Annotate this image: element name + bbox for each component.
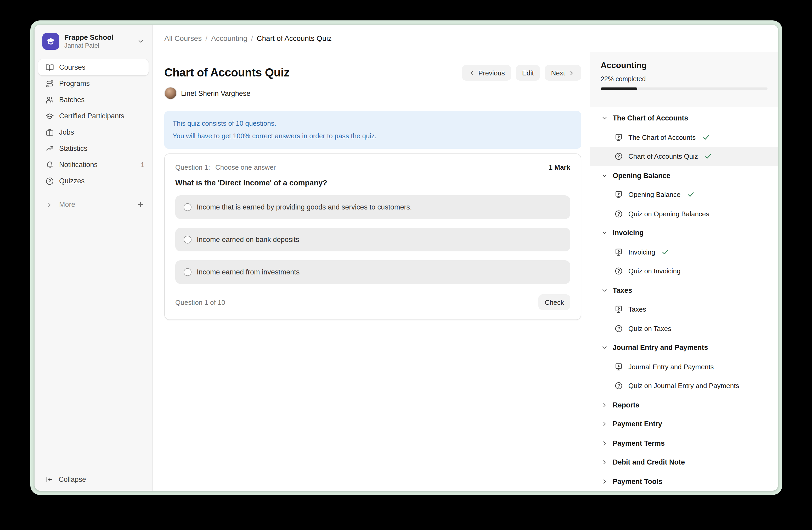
chapter-debit-and-credit-note[interactable]: Debit and Credit Note [590, 453, 778, 472]
quiz-lesson-icon [614, 324, 623, 333]
chapter-journal-entry-and-payments[interactable]: Journal Entry and Payments [590, 338, 778, 357]
notice-line-1: This quiz consists of 10 questions. [173, 117, 573, 130]
edit-button[interactable]: Edit [516, 65, 540, 81]
author-row: Linet Sherin Varghese [164, 87, 581, 99]
question-number-label: Question 1: [175, 163, 210, 171]
breadcrumb-all-courses[interactable]: All Courses [164, 34, 202, 42]
next-button[interactable]: Next [545, 65, 581, 81]
app-title: Frappe School [64, 33, 132, 42]
chevron-down-icon [601, 287, 608, 294]
radio-button-icon[interactable] [184, 203, 191, 211]
course-progress-fill [600, 87, 637, 90]
trending-up-icon [45, 144, 54, 153]
lesson-chart-of-accounts-quiz[interactable]: Chart of Accounts Quiz [590, 147, 778, 166]
quiz-lesson-icon [614, 267, 623, 276]
sidebar-item-certified-participants[interactable]: Certified Participants [38, 108, 149, 124]
answer-options: Income that is earned by providing goods… [175, 195, 570, 284]
left-sidebar: Frappe School Jannat Patel Courses [34, 25, 153, 491]
sidebar-item-label: Programs [59, 80, 90, 87]
course-title: Accounting [600, 61, 768, 70]
video-lesson-icon [614, 362, 623, 371]
sidebar-item-batches[interactable]: Batches [38, 92, 149, 108]
lesson-taxes[interactable]: Taxes [590, 300, 778, 319]
radio-button-icon[interactable] [184, 268, 191, 276]
sidebar-item-programs[interactable]: Programs [38, 75, 149, 92]
chevron-down-icon [601, 344, 608, 351]
lesson-quiz-on-taxes[interactable]: Quiz on Taxes [590, 319, 778, 338]
app-user: Jannat Patel [64, 42, 132, 50]
quiz-lesson-icon [614, 209, 623, 219]
lesson-the-chart-of-accounts[interactable]: The Chart of Accounts [590, 128, 778, 147]
answer-option-3[interactable]: Income earned from investments [175, 260, 570, 284]
radio-button-icon[interactable] [184, 236, 191, 243]
sidebar-item-more[interactable]: More [38, 196, 149, 213]
help-circle-icon [45, 177, 54, 185]
workspace-switcher[interactable]: Frappe School Jannat Patel [38, 30, 149, 53]
page-title: Chart of Accounts Quiz [164, 66, 289, 80]
chapter-opening-balance[interactable]: Opening Balance [590, 166, 778, 185]
chevron-down-icon [601, 172, 608, 179]
chapter-the-chart-of-accounts[interactable]: The Chart of Accounts [590, 109, 778, 128]
chapter-invoicing[interactable]: Invoicing [590, 223, 778, 242]
chevron-right-icon [601, 402, 608, 408]
chapter-payment-entry[interactable]: Payment Entry [590, 415, 778, 434]
lesson-quiz-on-invoicing[interactable]: Quiz on Invoicing [590, 262, 778, 281]
chevron-right-icon [601, 478, 608, 485]
chapter-reports[interactable]: Reports [590, 395, 778, 415]
book-open-icon [45, 63, 54, 71]
screen: Frappe School Jannat Patel Courses [0, 0, 812, 530]
author-name: Linet Sherin Varghese [181, 89, 250, 97]
chapter-taxes[interactable]: Taxes [590, 281, 778, 300]
question-text: What is the 'Direct Income' of a company… [175, 179, 570, 187]
previous-button[interactable]: Previous [462, 65, 511, 81]
chevron-down-icon [601, 229, 608, 236]
video-lesson-icon [614, 133, 623, 142]
lesson-invoicing[interactable]: Invoicing [590, 242, 778, 262]
chapter-payment-terms[interactable]: Payment Terms [590, 434, 778, 453]
sidebar-item-label: Statistics [59, 144, 87, 152]
sidebar-item-jobs[interactable]: Jobs [38, 124, 149, 140]
sidebar-item-label: Batches [59, 96, 85, 104]
question-instruction: Choose one answer [215, 163, 276, 171]
plus-icon[interactable] [136, 200, 144, 208]
sidebar-collapse-button[interactable]: Collapse [38, 472, 149, 485]
sidebar-item-quizzes[interactable]: Quizzes [38, 173, 149, 189]
chevron-right-icon [45, 201, 54, 208]
answer-option-label: Income that is earned by providing goods… [197, 203, 412, 211]
answer-option-1[interactable]: Income that is earned by providing goods… [175, 195, 570, 219]
breadcrumb-accounting[interactable]: Accounting [211, 34, 247, 42]
breadcrumb-separator: / [251, 34, 253, 42]
lesson-quiz-on-opening-balances[interactable]: Quiz on Opening Balances [590, 204, 778, 223]
chevron-down-icon [601, 115, 608, 122]
graduation-cap-icon [45, 112, 54, 120]
check-icon [662, 248, 669, 256]
check-icon [687, 191, 695, 199]
sidebar-item-notifications[interactable]: Notifications 1 [38, 157, 149, 173]
breadcrumb: All Courses / Accounting / Chart of Acco… [153, 25, 778, 52]
check-button[interactable]: Check [538, 294, 570, 310]
notifications-count-badge: 1 [141, 161, 144, 168]
chevron-right-icon [601, 421, 608, 428]
course-outline-sidebar: Accounting 22% completed The Chart of Ac… [590, 52, 778, 491]
collapse-icon [45, 476, 53, 484]
lesson-journal-entry-and-payments[interactable]: Journal Entry and Payments [590, 357, 778, 376]
notice-line-2: You will have to get 100% correct answer… [173, 130, 573, 142]
quiz-lesson-icon [614, 381, 623, 390]
users-icon [45, 96, 54, 104]
chevron-left-icon [468, 69, 475, 76]
breadcrumb-current: Chart of Accounts Quiz [257, 34, 331, 42]
frappe-school-logo-icon [42, 33, 59, 50]
chevron-down-icon [137, 38, 144, 45]
question-progress: Question 1 of 10 [175, 298, 225, 306]
app-window: Frappe School Jannat Patel Courses [34, 25, 778, 491]
briefcase-icon [45, 128, 54, 137]
sidebar-item-label: Certified Participants [59, 112, 124, 120]
lesson-opening-balance[interactable]: Opening Balance [590, 185, 778, 204]
chapter-payment-tools[interactable]: Payment Tools [590, 472, 778, 491]
lesson-quiz-on-journal-entry-and-payments[interactable]: Quiz on Journal Entry and Payments [590, 376, 778, 395]
sidebar-item-label: Quizzes [59, 177, 85, 185]
sidebar-item-statistics[interactable]: Statistics [38, 140, 149, 157]
sidebar-item-courses[interactable]: Courses [38, 59, 149, 75]
answer-option-2[interactable]: Income earned on bank deposits [175, 228, 570, 251]
collapse-label: Collapse [59, 476, 86, 484]
